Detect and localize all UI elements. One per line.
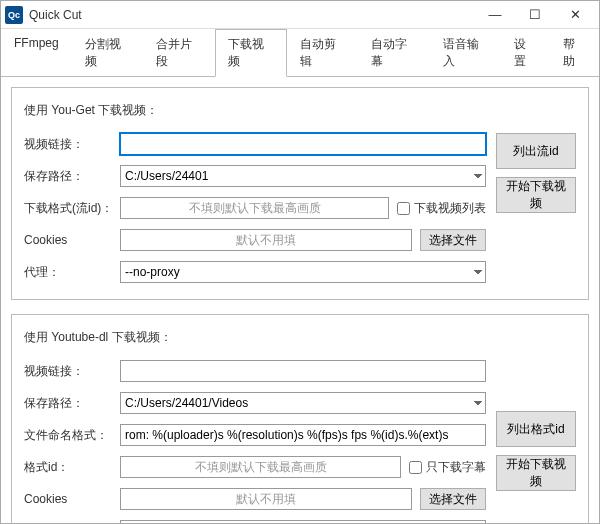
ytdl-format-button[interactable]: 列出格式id (496, 411, 576, 447)
ytdl-sub-checkbox[interactable]: 只下载字幕 (409, 459, 486, 476)
youget-format-input[interactable] (120, 197, 389, 219)
youget-cookies-input[interactable] (120, 229, 412, 251)
minimize-button[interactable]: — (475, 1, 515, 29)
maximize-button[interactable]: ☐ (515, 1, 555, 29)
youget-proxy-label: 代理： (24, 264, 120, 281)
ytdl-fmtid-input[interactable] (120, 456, 401, 478)
youget-url-input[interactable] (120, 133, 486, 155)
tab-merge[interactable]: 合并片段 (143, 29, 215, 76)
tab-split[interactable]: 分割视频 (72, 29, 144, 76)
ytdl-save-label: 保存路径： (24, 395, 120, 412)
ytdl-proxy-label: 代理： (24, 523, 120, 524)
tab-help[interactable]: 帮助 (550, 29, 599, 76)
youget-url-label: 视频链接： (24, 136, 120, 153)
ytdl-select-file-button[interactable]: 选择文件 (420, 488, 486, 510)
youget-heading: 使用 You-Get 下载视频： (24, 102, 576, 119)
tab-ffmpeg[interactable]: FFmpeg (1, 29, 72, 76)
tab-bar: FFmpeg 分割视频 合并片段 下载视频 自动剪辑 自动字幕 语音输入 设置 … (1, 29, 599, 77)
youget-download-button[interactable]: 开始下载视频 (496, 177, 576, 213)
ytdl-name-input[interactable] (120, 424, 486, 446)
tab-download[interactable]: 下载视频 (215, 29, 287, 77)
close-button[interactable]: ✕ (555, 1, 595, 29)
ytdl-save-select[interactable]: C:/Users/24401/Videos (120, 392, 486, 414)
tab-voice[interactable]: 语音输入 (430, 29, 502, 76)
content-area: 使用 You-Get 下载视频： 视频链接： 保存路径： C:/Users/24… (1, 77, 599, 523)
window-title: Quick Cut (29, 8, 475, 22)
youget-stream-button[interactable]: 列出流id (496, 133, 576, 169)
tab-autocut[interactable]: 自动剪辑 (287, 29, 359, 76)
ytdl-download-button[interactable]: 开始下载视频 (496, 455, 576, 491)
ytdl-url-input[interactable] (120, 360, 486, 382)
tab-autosub[interactable]: 自动字幕 (358, 29, 430, 76)
ytdl-cookies-input[interactable] (120, 488, 412, 510)
youget-save-label: 保存路径： (24, 168, 120, 185)
titlebar: Qc Quick Cut — ☐ ✕ (1, 1, 599, 29)
ytdl-heading: 使用 Youtube-dl 下载视频： (24, 329, 576, 346)
app-window: Qc Quick Cut — ☐ ✕ FFmpeg 分割视频 合并片段 下载视频… (0, 0, 600, 524)
ytdl-proxy-select[interactable] (120, 520, 486, 523)
youget-select-file-button[interactable]: 选择文件 (420, 229, 486, 251)
app-icon: Qc (5, 6, 23, 24)
youget-cookies-label: Cookies (24, 233, 120, 247)
youget-proxy-select[interactable]: --no-proxy (120, 261, 486, 283)
ytdl-name-label: 文件命名格式： (24, 427, 120, 444)
tab-settings[interactable]: 设置 (501, 29, 550, 76)
ytdl-panel: 使用 Youtube-dl 下载视频： 视频链接： 保存路径： C:/Users… (11, 314, 589, 523)
ytdl-fmtid-label: 格式id： (24, 459, 120, 476)
youget-format-label: 下载格式(流id)： (24, 200, 120, 217)
ytdl-url-label: 视频链接： (24, 363, 120, 380)
youget-panel: 使用 You-Get 下载视频： 视频链接： 保存路径： C:/Users/24… (11, 87, 589, 300)
ytdl-cookies-label: Cookies (24, 492, 120, 506)
youget-list-checkbox[interactable]: 下载视频列表 (397, 200, 486, 217)
youget-save-select[interactable]: C:/Users/24401 (120, 165, 486, 187)
